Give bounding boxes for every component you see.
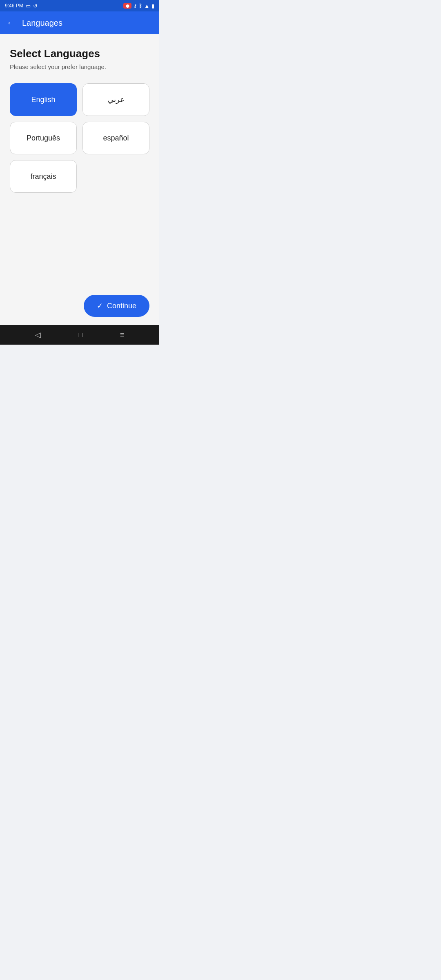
battery-icon: ▮ <box>151 3 154 9</box>
app-bar-title: Languages <box>22 18 62 28</box>
time-label: 9:46 PM <box>5 3 23 9</box>
record-icon: ⬤ <box>123 3 131 9</box>
language-option-portuguese[interactable]: Português <box>10 122 77 154</box>
page-subtitle: Please select your prefer language. <box>10 63 149 70</box>
continue-button[interactable]: ✓ Continue <box>84 295 149 317</box>
screen-record-icon: ▭ <box>26 3 31 9</box>
app-bar: ← Languages <box>0 11 159 34</box>
status-bar: 9:46 PM ▭ ↺ ⬤ ⚷ ᛒ ▲ ▮ <box>0 0 159 11</box>
wifi-icon: ▲ <box>144 3 149 9</box>
language-option-arabic[interactable]: عربي <box>82 83 149 116</box>
continue-label: Continue <box>107 302 136 310</box>
bluetooth-icon: ᛒ <box>139 3 142 9</box>
bottom-nav-bar: ◁ □ ≡ <box>0 325 159 345</box>
back-icon: ← <box>7 18 16 28</box>
continue-check-icon: ✓ <box>97 301 103 310</box>
language-label-portuguese: Português <box>27 134 60 143</box>
main-content: Select Languages Please select your pref… <box>0 34 159 325</box>
nav-recents-button[interactable]: ≡ <box>120 331 125 339</box>
language-label-english: English <box>31 96 55 104</box>
language-option-french[interactable]: français <box>10 160 77 193</box>
language-label-french: français <box>30 172 56 181</box>
key-icon: ⚷ <box>134 3 137 9</box>
status-time: 9:46 PM ▭ ↺ <box>5 3 38 9</box>
rotate-icon: ↺ <box>33 3 38 9</box>
nav-home-button[interactable]: □ <box>78 331 82 339</box>
back-button[interactable]: ← <box>7 18 16 28</box>
nav-back-button[interactable]: ◁ <box>35 330 41 339</box>
language-option-spanish[interactable]: español <box>82 122 149 154</box>
language-label-spanish: español <box>103 134 129 143</box>
language-grid: English عربي Português español français <box>10 83 149 193</box>
language-option-english[interactable]: English <box>10 83 77 116</box>
page-title: Select Languages <box>10 47 149 60</box>
status-icons: ⬤ ⚷ ᛒ ▲ ▮ <box>123 3 154 9</box>
continue-button-container: ✓ Continue <box>84 295 149 317</box>
language-label-arabic: عربي <box>108 95 125 104</box>
